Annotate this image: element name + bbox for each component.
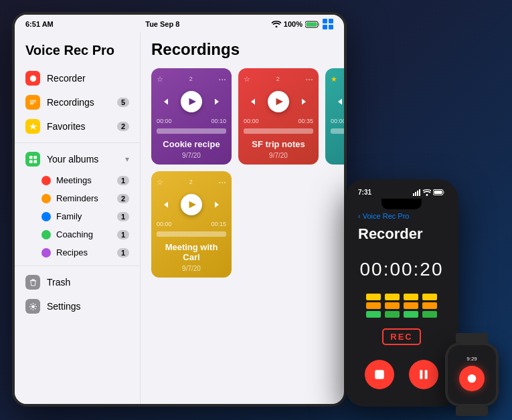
- ipad-device: 6:51 AM Tue Sep 8 100% Voice Rec Pro: [12, 12, 347, 407]
- family-label: Family: [56, 211, 82, 221]
- svg-rect-3: [329, 19, 333, 23]
- sidebar-item-recordings[interactable]: Recordings 5: [15, 90, 140, 114]
- star-lindas: ★: [331, 75, 337, 84]
- waveform-lindas: [331, 128, 344, 134]
- viz-block-1-3: [366, 311, 381, 318]
- card-num-carl: 2: [189, 179, 193, 185]
- sidebar-sub-recipes[interactable]: Recipes 1: [15, 243, 140, 261]
- controls-cookie: [157, 91, 226, 112]
- sidebar-divider-2: [15, 266, 140, 266]
- play-btn-cookie[interactable]: [181, 91, 202, 112]
- ipad-statusbar: 6:51 AM Tue Sep 8 100%: [15, 15, 344, 32]
- viz-block-4-2: [422, 302, 437, 309]
- viz-block-2-2: [385, 302, 400, 309]
- sidebar: Voice Rec Pro Recorder Reco: [15, 32, 141, 404]
- sidebar-sub-reminders[interactable]: Reminders 2: [15, 189, 140, 207]
- sidebar-sub-meetings[interactable]: Meetings 1: [15, 171, 140, 189]
- svg-rect-17: [434, 191, 442, 194]
- svg-rect-15: [419, 189, 420, 196]
- viz-block-3-3: [404, 311, 418, 318]
- svg-rect-2: [323, 19, 327, 23]
- iphone-back-button[interactable]: ‹ Voice Rec Pro: [349, 209, 454, 223]
- watch-statusbar: 9:29: [466, 354, 477, 362]
- controls-sf: [244, 91, 313, 112]
- card-sf-trip[interactable]: ☆ 2 ···: [238, 68, 319, 165]
- menu-cookie[interactable]: ···: [218, 74, 226, 84]
- card-num-sf: 2: [276, 76, 280, 82]
- recorder-icon: [25, 71, 40, 86]
- card-lindas[interactable]: ★ 2 ···: [325, 68, 344, 165]
- ipad-battery: 100%: [284, 20, 303, 28]
- sidebar-item-your-albums[interactable]: Your albums ▾: [15, 147, 140, 171]
- iphone-statusbar: 7:31: [349, 183, 454, 199]
- card-date-lindas: 9/7/20: [331, 152, 344, 159]
- iphone-rec-badge: REC: [382, 328, 420, 345]
- albums-icon: [25, 152, 40, 167]
- card-date-sf: 9/7/20: [244, 152, 313, 159]
- waveform-sf: [244, 128, 313, 134]
- card-date-carl: 9/7/20: [157, 265, 226, 272]
- iphone-stop-button[interactable]: [365, 360, 394, 389]
- ipad-layout-icon[interactable]: [323, 19, 333, 29]
- sidebar-item-favorites[interactable]: Favorites 2: [15, 114, 140, 138]
- viz-col-1: [366, 294, 381, 318]
- next-btn-cookie[interactable]: [207, 92, 226, 111]
- controls-carl: [157, 194, 226, 215]
- sidebar-favorites-label: Favorites: [47, 121, 110, 132]
- menu-sf[interactable]: ···: [305, 74, 313, 84]
- svg-point-21: [468, 375, 477, 383]
- card-time-carl: 00:0000:15: [157, 221, 226, 227]
- card-title-cookie: Cookie recipe: [157, 139, 226, 149]
- card-title-lindas: Linda's: [331, 139, 344, 149]
- menu-carl[interactable]: ···: [218, 177, 226, 187]
- prev-btn-sf[interactable]: [244, 92, 262, 111]
- iphone-screen: 7:31 ‹ Voice Rec Pro Recorder 00:00:20: [349, 183, 454, 403]
- iphone-battery-icon: [433, 189, 445, 195]
- card-meeting-carl[interactable]: ☆ 2 ···: [151, 171, 232, 278]
- card-time-sf: 00:0000:35: [244, 118, 313, 124]
- settings-icon: [25, 299, 40, 314]
- sidebar-item-trash[interactable]: Trash: [15, 270, 140, 294]
- sidebar-sub-family[interactable]: Family 1: [15, 207, 140, 225]
- ipad-date: Tue Sep 8: [145, 20, 179, 28]
- svg-rect-13: [415, 192, 416, 196]
- svg-rect-5: [329, 25, 333, 29]
- svg-rect-20: [425, 370, 428, 379]
- play-btn-carl[interactable]: [181, 194, 202, 215]
- waveform-cookie: [157, 128, 226, 134]
- prev-btn-cookie[interactable]: [157, 92, 175, 111]
- viz-col-2: [385, 294, 400, 318]
- prev-btn-lindas[interactable]: [331, 92, 344, 111]
- watch-band-top: [456, 333, 488, 342]
- card-cookie-recipe[interactable]: ☆ 2 ···: [151, 68, 232, 165]
- watch-band-bottom: [456, 407, 488, 416]
- svg-rect-10: [33, 160, 37, 163]
- reminders-label: Reminders: [56, 193, 98, 203]
- iphone-page-title: Recorder: [349, 223, 454, 248]
- controls-lindas: [331, 91, 344, 112]
- sidebar-divider-1: [15, 142, 140, 143]
- sidebar-sub-coaching[interactable]: Coaching 1: [15, 225, 140, 243]
- recipes-dot: [41, 248, 51, 257]
- svg-rect-4: [323, 25, 327, 29]
- next-btn-sf[interactable]: [294, 92, 313, 111]
- ipad-time: 6:51 AM: [25, 20, 54, 28]
- viz-col-4: [422, 294, 437, 318]
- iphone-pause-button[interactable]: [409, 360, 438, 389]
- svg-rect-9: [29, 160, 32, 163]
- prev-btn-carl[interactable]: [157, 195, 175, 214]
- sidebar-recordings-label: Recordings: [47, 97, 110, 108]
- scene: 6:51 AM Tue Sep 8 100% Voice Rec Pro: [0, 0, 512, 420]
- recordings-badge: 5: [117, 98, 129, 107]
- next-btn-carl[interactable]: [207, 195, 226, 214]
- star-sf: ☆: [244, 75, 250, 84]
- sidebar-item-recorder[interactable]: Recorder: [15, 66, 140, 90]
- star-cookie: ☆: [157, 75, 163, 84]
- app-title: Voice Rec Pro: [15, 37, 140, 66]
- watch-record-button[interactable]: [459, 366, 485, 391]
- sidebar-item-settings[interactable]: Settings: [15, 294, 140, 318]
- albums-chevron: ▾: [125, 154, 129, 164]
- iphone-viz: [349, 288, 454, 323]
- family-dot: [41, 212, 51, 221]
- play-btn-sf[interactable]: [268, 91, 289, 112]
